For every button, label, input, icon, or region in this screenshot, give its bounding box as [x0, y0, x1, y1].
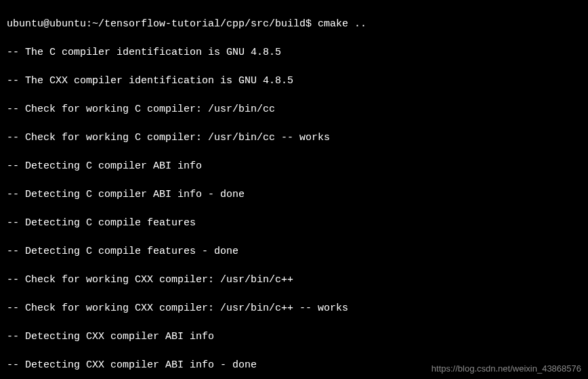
cmake-output-line: -- Check for working C compiler: /usr/bi…: [7, 102, 581, 116]
cmake-output-line: -- Check for working CXX compiler: /usr/…: [7, 301, 581, 315]
cmake-output-line: -- Detecting C compiler ABI info: [7, 159, 581, 173]
cmake-output-line: -- Check for working CXX compiler: /usr/…: [7, 273, 581, 287]
command-text: cmake ..: [318, 18, 366, 30]
cmake-output-line: -- The C compiler identification is GNU …: [7, 45, 581, 60]
cmake-output-line: -- The CXX compiler identification is GN…: [7, 74, 581, 88]
cmake-output-line: -- Detecting C compiler ABI info - done: [7, 187, 581, 202]
watermark-text: https://blog.csdn.net/weixin_43868576: [432, 363, 581, 375]
shell-prompt: ubuntu@ubuntu:~/tensorflow-tutorial/cpp/…: [7, 18, 318, 30]
prompt-line-1: ubuntu@ubuntu:~/tensorflow-tutorial/cpp/…: [7, 17, 581, 31]
cmake-output-line: -- Detecting C compile features - done: [7, 244, 581, 259]
terminal-output[interactable]: ubuntu@ubuntu:~/tensorflow-tutorial/cpp/…: [7, 3, 581, 379]
cmake-output-line: -- Detecting CXX compiler ABI info: [7, 330, 581, 344]
cmake-output-line: -- Detecting C compile features: [7, 216, 581, 230]
cmake-output-line: -- Check for working C compiler: /usr/bi…: [7, 131, 581, 145]
